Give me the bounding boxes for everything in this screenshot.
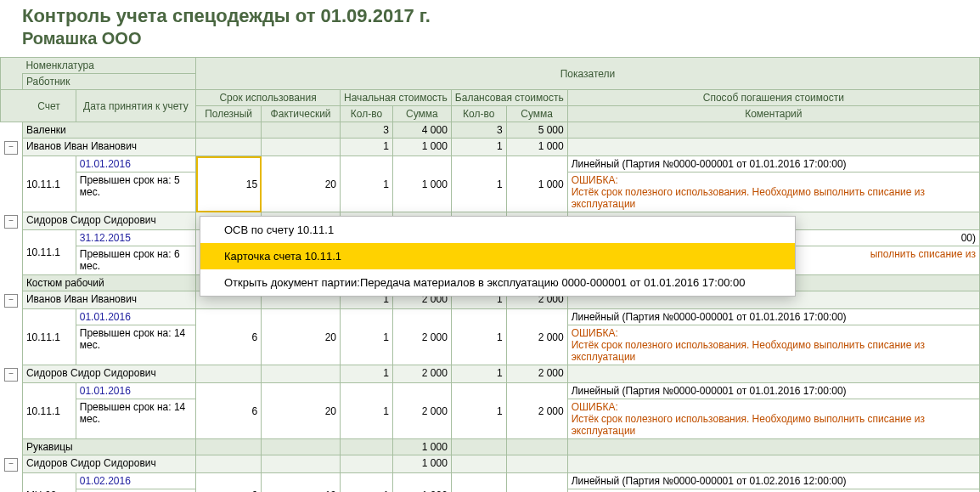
cell-overdue: Превышен срок на: 13 мес. [76, 489, 195, 493]
col-actual: Фактический [262, 106, 341, 122]
cell: 1 000 [393, 473, 452, 493]
collapse-icon[interactable]: − [4, 458, 18, 472]
col-initial-cost: Начальная стоимость [341, 90, 452, 106]
cell: 2 000 [506, 365, 567, 383]
col-useful: Полезный [196, 106, 262, 122]
cell-account: 10.11.1 [22, 383, 76, 439]
context-menu-item[interactable]: ОСВ по счету 10.11.1 [200, 217, 795, 243]
cell: 1 [341, 365, 393, 383]
cell: 6 [196, 473, 262, 493]
cell: 1 [341, 383, 393, 439]
cell-overdue: Превышен срок на: 14 мес. [76, 399, 195, 439]
cell: 1 000 [506, 139, 567, 156]
cell-useful[interactable]: 15 [196, 156, 262, 212]
col-qty2: Кол-во [451, 106, 506, 122]
cell-repay: Линейный (Партия №0000-000001 от 01.01.2… [567, 156, 979, 172]
context-menu-item[interactable]: Открыть документ партии:Передача материа… [200, 269, 795, 296]
cell-date: 01.01.2016 [76, 309, 195, 325]
col-worker: Работник [22, 74, 195, 90]
cell: 6 [196, 383, 262, 439]
company-name: Ромашка ООО [0, 27, 980, 57]
context-menu-item[interactable]: Карточка счета 10.11.1 [200, 243, 795, 269]
data-row[interactable]: 10.11.1 01.01.2016 15 20 1 1 000 1 1 000… [1, 156, 980, 172]
cell-overdue: Превышен срок на: 14 мес. [76, 325, 195, 365]
cell: 1 000 [393, 455, 452, 473]
worker-row[interactable]: − Иванов Иван Иванович 1 1 000 1 1 000 [1, 139, 980, 156]
group-name: Рукавицы [22, 439, 195, 455]
collapse-icon[interactable]: − [4, 141, 18, 155]
cell: 1 [451, 309, 506, 365]
cell-error: ОШИБКА: Истёк срок полезного использован… [567, 399, 979, 439]
cell: 3 [341, 122, 393, 139]
cell: 1 000 [393, 439, 452, 455]
cell-overdue: Превышен срок на: 6 мес. [76, 246, 195, 275]
group-row[interactable]: Рукавицы 1 000 [1, 439, 980, 455]
col-qty1: Кол-во [341, 106, 393, 122]
group-name: Валенки [22, 122, 195, 139]
context-menu[interactable]: ОСВ по счету 10.11.1 Карточка счета 10.1… [200, 216, 796, 297]
cell-error: ОШИБКА: Истёк срок полезного использован… [567, 325, 979, 365]
cell: 1 [341, 309, 393, 365]
cell-account: МЦ.02 [22, 473, 76, 493]
cell-account: 10.11.1 [22, 230, 76, 275]
cell: 1 000 [393, 156, 452, 212]
group-row[interactable]: Валенки 3 4 000 3 5 000 [1, 122, 980, 139]
col-sum2: Сумма [506, 106, 567, 122]
data-row[interactable]: 10.11.1 01.01.2016 6 20 1 2 000 1 2 000 … [1, 309, 980, 325]
cell: 1 [451, 365, 506, 383]
cell: 2 000 [393, 309, 452, 365]
cell-repay: Линейный (Партия №0000-000001 от 01.01.2… [567, 383, 979, 399]
cell: 1 [451, 383, 506, 439]
collapse-icon[interactable]: − [4, 294, 18, 308]
cell-repay: Линейный (Партия №0000-000001 от 01.02.2… [567, 473, 979, 489]
collapse-icon[interactable]: − [4, 215, 18, 229]
cell: 20 [262, 156, 341, 212]
cell-date: 01.02.2016 [76, 473, 195, 489]
col-indicators: Показатели [196, 58, 980, 90]
col-nomenclature: Номенклатура [22, 58, 195, 74]
cell: 5 000 [506, 122, 567, 139]
cell: 1 [451, 156, 506, 212]
cell: 2 000 [506, 383, 567, 439]
col-usage: Срок использования [196, 90, 341, 106]
cell: 1 000 [506, 156, 567, 212]
cell-overdue: Превышен срок на: 5 мес. [76, 172, 195, 212]
col-comment: Коментарий [567, 106, 979, 122]
col-balance-cost: Балансовая стоимость [451, 90, 567, 106]
cell: 2 000 [506, 309, 567, 365]
cell-date: 01.01.2016 [76, 383, 195, 399]
cell-date: 31.12.2015 [76, 230, 195, 246]
col-accept-date: Дата принятия к учету [76, 90, 195, 122]
worker-row[interactable]: − Сидоров Сидор Сидорович 1 000 [1, 455, 980, 473]
cell: 1 [341, 156, 393, 212]
cell-account: 10.11.1 [22, 309, 76, 365]
data-row[interactable]: 10.11.1 01.01.2016 6 20 1 2 000 1 2 000 … [1, 383, 980, 399]
cell-date: 01.01.2016 [76, 156, 195, 172]
cell: 20 [262, 383, 341, 439]
cell: 1 [341, 139, 393, 156]
cell: 1 [341, 473, 393, 493]
collapse-icon[interactable]: − [4, 368, 18, 382]
cell: 3 [451, 122, 506, 139]
group-name: Костюм рабочий [22, 275, 195, 291]
cell: 4 000 [393, 122, 452, 139]
report-title: Контроль учета спецодежды от 01.09.2017 … [0, 0, 980, 27]
cell: 19 [262, 473, 341, 493]
col-sum1: Сумма [393, 106, 452, 122]
cell-error: ОШИБКА: Истёк срок полезного использован… [567, 172, 979, 212]
cell: 2 000 [393, 383, 452, 439]
col-account: Счет [22, 90, 76, 122]
worker-row[interactable]: − Сидоров Сидор Сидорович 1 2 000 1 2 00… [1, 365, 980, 383]
cell: 1 [451, 139, 506, 156]
worker-name: Иванов Иван Иванович [22, 139, 195, 156]
worker-name: Иванов Иван Иванович [22, 291, 195, 309]
cell-account: 10.11.1 [22, 156, 76, 212]
data-row[interactable]: МЦ.02 01.02.2016 6 19 1 1 000 Линейный (… [1, 473, 980, 489]
worker-name: Сидоров Сидор Сидорович [22, 212, 195, 230]
cell: 1 000 [393, 139, 452, 156]
cell-warn: ПРЕДУПРЕЖДЕНИЕ: Не списана первоначальна… [567, 489, 979, 493]
col-repay: Способ погашения стоимости [567, 90, 979, 106]
cell: 20 [262, 309, 341, 365]
cell: 6 [196, 309, 262, 365]
worker-name: Сидоров Сидор Сидорович [22, 455, 195, 473]
